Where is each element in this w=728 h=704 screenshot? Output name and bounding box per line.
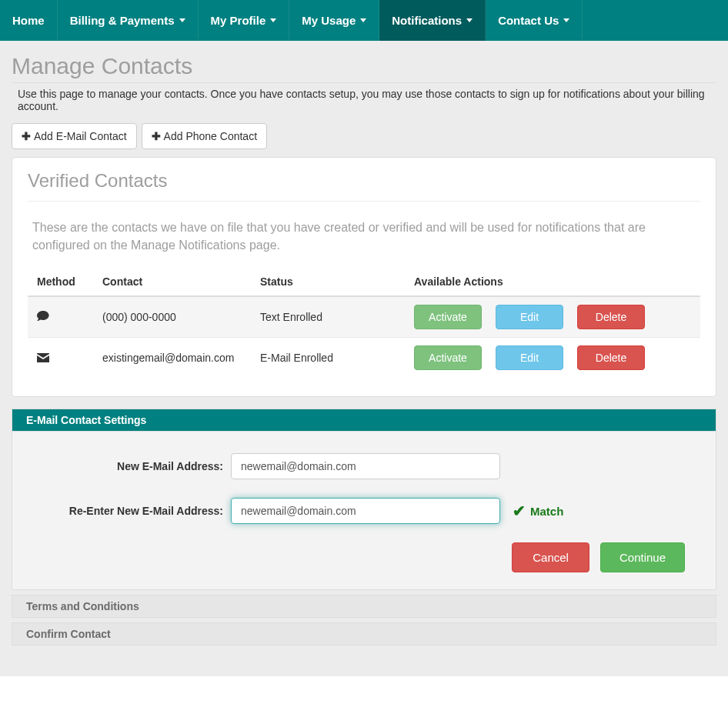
contacts-table: Method Contact Status Available Actions … xyxy=(28,268,700,378)
nav-usage[interactable]: My Usage xyxy=(289,0,379,41)
add-email-label: Add E-Mail Contact xyxy=(34,130,127,142)
match-text: Match xyxy=(530,505,563,518)
nav-notifications-label: Notifications xyxy=(392,14,462,27)
nav-billing-label: Billing & Payments xyxy=(70,14,175,27)
add-phone-label: Add Phone Contact xyxy=(164,130,257,142)
terms-section-header[interactable]: Terms and Conditions xyxy=(12,595,716,618)
activate-button[interactable]: Activate xyxy=(414,305,482,329)
page-title: Manage Contacts xyxy=(12,53,716,83)
confirm-section-header[interactable]: Confirm Contact xyxy=(12,622,716,646)
delete-button[interactable]: Delete xyxy=(577,305,645,329)
envelope-icon xyxy=(37,352,49,365)
plus-icon: ✚ xyxy=(152,130,161,142)
nav-usage-label: My Usage xyxy=(302,14,356,27)
nav-home[interactable]: Home xyxy=(0,0,58,41)
plus-icon: ✚ xyxy=(22,130,31,142)
check-icon: ✔ xyxy=(513,503,526,519)
toolbar: ✚ Add E-Mail Contact ✚ Add Phone Contact xyxy=(12,123,716,149)
cancel-button[interactable]: Cancel xyxy=(512,542,589,572)
email-settings-body: New E-Mail Address: Re-Enter New E-Mail … xyxy=(12,432,716,590)
reenter-email-label: Re-Enter New E-Mail Address: xyxy=(43,505,223,517)
cell-contact: (000) 000-0000 xyxy=(93,296,251,338)
delete-button[interactable]: Delete xyxy=(577,345,645,370)
col-actions: Available Actions xyxy=(405,268,700,296)
nav-home-label: Home xyxy=(12,14,45,27)
add-email-contact-button[interactable]: ✚ Add E-Mail Contact xyxy=(12,123,137,149)
cell-status: Text Enrolled xyxy=(251,296,405,338)
chevron-down-icon xyxy=(270,18,276,22)
cell-contact: existingemail@domain.com xyxy=(93,338,251,379)
top-navbar: Home Billing & Payments My Profile My Us… xyxy=(0,0,728,41)
nav-contactus[interactable]: Contact Us xyxy=(486,0,583,41)
add-phone-contact-button[interactable]: ✚ Add Phone Contact xyxy=(142,123,267,149)
chevron-down-icon xyxy=(466,18,473,22)
nav-contactus-label: Contact Us xyxy=(498,14,559,27)
page-description: Use this page to manage your contacts. O… xyxy=(12,83,716,123)
comment-icon xyxy=(37,311,49,324)
verified-contacts-panel: Verified Contacts These are the contacts… xyxy=(12,157,716,397)
nav-profile-label: My Profile xyxy=(211,14,266,27)
nav-billing[interactable]: Billing & Payments xyxy=(58,0,199,41)
chevron-down-icon xyxy=(179,18,185,22)
nav-profile[interactable]: My Profile xyxy=(199,0,290,41)
continue-button[interactable]: Continue xyxy=(600,542,685,572)
main-container: Manage Contacts Use this page to manage … xyxy=(0,41,728,676)
new-email-label: New E-Mail Address: xyxy=(43,460,223,472)
new-email-input[interactable] xyxy=(231,453,500,479)
edit-button[interactable]: Edit xyxy=(496,305,563,329)
verified-contacts-description: These are the contacts we have on file t… xyxy=(28,219,700,254)
table-row: existingemail@domain.com E-Mail Enrolled… xyxy=(28,338,700,379)
chevron-down-icon xyxy=(563,18,569,22)
table-row: (000) 000-0000 Text Enrolled Activate Ed… xyxy=(28,296,700,338)
match-indicator: ✔ Match xyxy=(513,503,563,519)
edit-button[interactable]: Edit xyxy=(496,345,563,370)
reenter-email-input[interactable] xyxy=(231,498,500,524)
col-contact: Contact xyxy=(93,268,251,296)
col-status: Status xyxy=(251,268,405,296)
col-method: Method xyxy=(28,268,93,296)
email-settings-header[interactable]: E-Mail Contact Settings xyxy=(12,409,716,432)
nav-notifications[interactable]: Notifications xyxy=(379,0,486,41)
verified-contacts-title: Verified Contacts xyxy=(28,170,700,202)
cell-status: E-Mail Enrolled xyxy=(251,338,405,379)
activate-button[interactable]: Activate xyxy=(414,345,482,370)
chevron-down-icon xyxy=(360,18,366,22)
